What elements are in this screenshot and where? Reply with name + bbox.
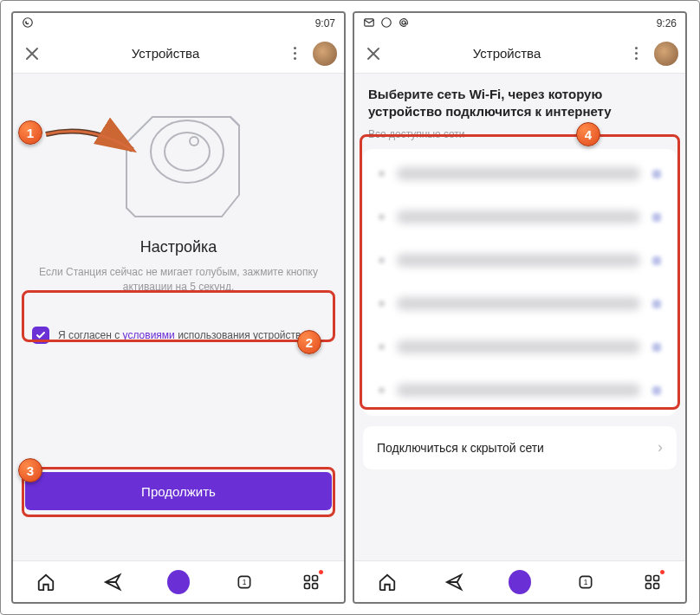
nav-alice-icon[interactable]: [509, 571, 531, 593]
whatsapp-icon: [380, 16, 392, 31]
callout-2: 2: [297, 330, 321, 354]
nav-services-icon[interactable]: [300, 571, 322, 593]
nav-tabs-icon[interactable]: 1: [233, 571, 256, 593]
svg-point-0: [23, 17, 33, 27]
terms-text: Я согласен с условиями использования уст…: [58, 329, 307, 341]
callout-1: 1: [18, 120, 42, 145]
wifi-network-item[interactable]: [363, 239, 677, 282]
nav-home-icon[interactable]: [35, 571, 57, 593]
svg-rect-18: [653, 583, 658, 588]
wifi-subheading: Все доступные сети: [354, 125, 685, 147]
terms-checkbox[interactable]: [32, 327, 49, 344]
terms-row[interactable]: Я согласен с условиями использования уст…: [25, 318, 332, 353]
app-header: Устройства: [13, 34, 344, 74]
status-bar: 9:26: [354, 13, 685, 34]
connect-hidden-network[interactable]: Подключиться к скрытой сети ›: [363, 426, 677, 469]
svg-point-11: [382, 17, 392, 27]
nav-alice-icon[interactable]: [167, 571, 190, 593]
wifi-network-item[interactable]: [363, 196, 677, 239]
wifi-network-item[interactable]: [363, 369, 677, 412]
tutorial-container: 9:07 Устройства: [0, 0, 700, 615]
nav-send-icon[interactable]: [443, 571, 465, 593]
svg-rect-9: [312, 583, 317, 588]
svg-rect-17: [645, 583, 651, 588]
svg-point-2: [165, 133, 210, 171]
svg-point-3: [190, 137, 198, 146]
phone-left: 9:07 Устройства: [11, 11, 346, 604]
wifi-list: [363, 149, 677, 416]
arrow-icon: [39, 115, 143, 167]
bottom-nav: 1: [354, 560, 685, 602]
svg-point-1: [151, 120, 224, 183]
continue-button[interactable]: Продолжить: [25, 472, 332, 510]
wifi-screen: Выберите сеть Wi-Fi, через которую устро…: [354, 74, 685, 560]
nav-services-icon[interactable]: [641, 571, 664, 593]
svg-text:1: 1: [584, 578, 588, 586]
terms-link[interactable]: условиями: [123, 329, 175, 341]
svg-rect-6: [304, 575, 309, 580]
avatar[interactable]: [313, 42, 337, 66]
page-title: Устройства: [51, 46, 280, 61]
kebab-menu-button[interactable]: [628, 47, 644, 60]
mail-icon: [363, 16, 375, 31]
chevron-right-icon: ›: [658, 438, 663, 456]
phone-right: 9:26 Устройства Выберите сеть Wi-Fi, чер…: [353, 11, 687, 604]
callout-4: 4: [576, 122, 600, 146]
wifi-network-item[interactable]: [363, 282, 677, 326]
setup-description: Если Станция сейчас не мигает голубым, з…: [37, 265, 320, 295]
svg-rect-7: [312, 575, 317, 580]
svg-rect-16: [653, 575, 658, 580]
callout-3: 3: [18, 458, 42, 482]
close-button[interactable]: [20, 42, 44, 66]
setup-screen: Настройка Если Станция сейчас не мигает …: [13, 74, 344, 560]
status-time: 9:07: [315, 17, 335, 29]
svg-rect-15: [645, 575, 651, 580]
wifi-network-item[interactable]: [363, 152, 677, 196]
hidden-network-label: Подключиться к скрытой сети: [377, 441, 544, 455]
nav-home-icon[interactable]: [376, 571, 399, 593]
page-title: Устройства: [392, 46, 621, 61]
status-bar: 9:07: [13, 13, 344, 34]
whatsapp-icon: [22, 16, 34, 31]
svg-rect-8: [304, 583, 309, 588]
nav-tabs-icon[interactable]: 1: [574, 571, 597, 593]
svg-point-12: [402, 20, 405, 23]
svg-text:1: 1: [243, 578, 247, 586]
kebab-menu-button[interactable]: [287, 47, 302, 60]
avatar[interactable]: [654, 42, 678, 66]
wifi-heading: Выберите сеть Wi-Fi, через которую устро…: [354, 74, 685, 125]
nav-send-icon[interactable]: [101, 571, 124, 593]
close-button[interactable]: [361, 42, 386, 66]
status-time: 9:26: [657, 17, 677, 29]
wifi-network-item[interactable]: [363, 326, 677, 369]
app-header: Устройства: [354, 34, 685, 74]
bottom-nav: 1: [13, 560, 344, 602]
setup-title: Настройка: [13, 238, 344, 256]
at-icon: [398, 16, 410, 31]
